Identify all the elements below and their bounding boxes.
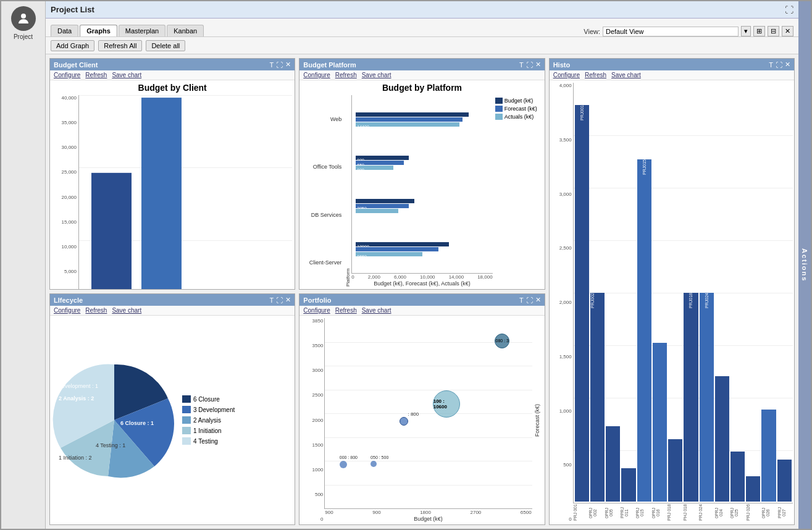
delete-all-button[interactable]: Delete all xyxy=(146,40,185,51)
histo-bar-5-fill: PRJ015 xyxy=(637,159,651,502)
pie-label-initiation: 1 Initiation : 2 xyxy=(59,455,92,461)
legend-forecast: Forecast (k€) xyxy=(495,106,540,112)
histo-chart: 4,000 3,500 3,000 2,500 2,000 1,500 1,00… xyxy=(551,83,793,522)
portfolio-save-btn[interactable]: Save chart xyxy=(362,307,391,314)
budget-client-plot: 34300 38110 xyxy=(78,95,292,289)
histo-bar-10-fill xyxy=(715,376,729,502)
platform-xlabel: Budget (k€), Forecast (k€), Actuals (k€) xyxy=(351,280,492,287)
tab-masterplan[interactable]: Masterplan xyxy=(119,25,165,36)
portfolio-refresh-btn[interactable]: Refresh xyxy=(335,307,357,314)
portfolio-icons: T ⛶ ✕ xyxy=(519,296,541,304)
lifecycle-save-btn[interactable]: Save chart xyxy=(112,307,141,314)
db-budget-bar xyxy=(356,199,414,203)
budget-client-configure-btn[interactable]: Configure xyxy=(54,72,80,78)
tab-graphs[interactable]: Graphs xyxy=(80,25,117,36)
budget-platform-pin-icon[interactable]: T xyxy=(519,61,524,69)
histo-bar-13-fill xyxy=(761,410,776,502)
title-bar: Project List ⛶ xyxy=(46,1,798,19)
histo-bar-11 xyxy=(730,84,745,502)
platform-legend: Budget (k€) Forecast (k€) Actuals (k€) xyxy=(493,95,542,287)
histo-refresh-btn[interactable]: Refresh xyxy=(585,72,606,78)
bubble-bl-2 xyxy=(370,461,377,467)
budget-client-bars: 34300 38110 xyxy=(78,95,292,289)
platform-ylabel: Web Office Tools DB Services Client-Serv… xyxy=(302,95,344,287)
budget-client-yaxis: 40,000 35,000 30,000 25,000 20,000 15,00… xyxy=(52,95,78,289)
office-forecast-bar: 650 xyxy=(356,161,404,165)
view-dropdown-btn[interactable]: ▾ xyxy=(741,26,751,36)
histo-body: 4,000 3,500 3,000 2,500 2,000 1,500 1,00… xyxy=(550,80,794,524)
cs-bars: 18000 9660 xyxy=(356,242,488,256)
budget-platform-save-btn[interactable]: Save chart xyxy=(362,72,391,78)
histo-bar-3 xyxy=(606,84,620,502)
budget-client-title: Budget Client xyxy=(54,61,98,69)
tab-data[interactable]: Data xyxy=(51,25,78,36)
histo-configure-btn[interactable]: Configure xyxy=(553,72,580,78)
legend-initiation-color xyxy=(182,427,191,434)
legend-testing-color xyxy=(182,437,191,445)
histo-expand-icon[interactable]: ⛶ xyxy=(776,61,782,69)
budget-platform-close-icon[interactable]: ✕ xyxy=(535,61,541,69)
budget-platform-title: Budget Platform xyxy=(303,61,356,69)
histo-bar-10 xyxy=(715,84,729,502)
portfolio-configure-btn[interactable]: Configure xyxy=(303,307,330,314)
avatar xyxy=(11,6,36,31)
page-title: Project List xyxy=(51,5,94,14)
histo-save-btn[interactable]: Save chart xyxy=(611,72,641,78)
budget-client-save-btn[interactable]: Save chart xyxy=(112,72,141,78)
bar-1: 34300 xyxy=(91,98,132,289)
platform-axis-label: Platform xyxy=(344,95,351,287)
budget-client-body: Budget by Client 40,000 35,000 30,000 25… xyxy=(50,80,295,289)
svg-point-0 xyxy=(21,14,26,19)
budget-client-chart: 40,000 35,000 30,000 25,000 20,000 15,00… xyxy=(52,95,292,289)
lifecycle-configure-btn[interactable]: Configure xyxy=(54,307,80,314)
refresh-all-button[interactable]: Refresh All xyxy=(98,40,142,51)
view-save-btn[interactable]: ⊞ xyxy=(753,26,765,36)
portfolio-header: Portfolio T ⛶ ✕ xyxy=(299,294,544,306)
legend-analysis: 2 Analysis xyxy=(182,416,235,424)
tab-kanban[interactable]: Kanban xyxy=(167,25,204,36)
histo-bar-12 xyxy=(746,84,760,502)
lifecycle-refresh-btn[interactable]: Refresh xyxy=(85,307,107,314)
legend-testing: 4 Testing xyxy=(182,437,235,445)
legend-forecast-color xyxy=(495,106,503,112)
budget-platform-configure-btn[interactable]: Configure xyxy=(303,72,330,78)
histo-bar-13 xyxy=(761,84,776,502)
pie-label-analysis: 2 Analysis : 2 xyxy=(59,395,94,402)
view-close-btn[interactable]: ✕ xyxy=(782,26,793,36)
portfolio-title: Portfolio xyxy=(303,297,331,304)
budget-platform-header: Budget Platform T ⛶ ✕ xyxy=(299,59,544,70)
budget-platform-panel: Budget Platform T ⛶ ✕ Configure Refresh … xyxy=(299,58,545,290)
histo-panel: Histo T ⛶ ✕ Configure Refresh Save chart xyxy=(549,58,795,525)
histo-bar-3-fill xyxy=(606,426,620,502)
histo-bar-7 xyxy=(668,84,682,502)
tab-bar: Data Graphs Masterplan Kanban View: ▾ ⊞ … xyxy=(46,19,798,37)
histo-icons: T ⛶ ✕ xyxy=(769,61,790,69)
budget-client-expand-icon[interactable]: ⛶ xyxy=(276,61,283,69)
portfolio-xaxis: 900 900 1800 2700 6500 xyxy=(324,509,532,516)
expand-icon[interactable]: ⛶ xyxy=(785,5,793,15)
budget-platform-expand-icon[interactable]: ⛶ xyxy=(526,61,533,69)
budget-client-icons: T ⛶ ✕ xyxy=(270,61,291,69)
bubble-mid-label: : 800 xyxy=(408,411,419,417)
portfolio-yaxis: 3850 3500 3000 2500 2000 1500 1000 500 0 xyxy=(302,318,324,522)
right-actions-panel[interactable]: Actions xyxy=(798,1,811,529)
histo-close-icon[interactable]: ✕ xyxy=(785,61,790,69)
budget-platform-chart: Web Office Tools DB Services Client-Serv… xyxy=(302,95,542,287)
portfolio-close-icon[interactable]: ✕ xyxy=(535,296,541,304)
histo-pin-icon[interactable]: T xyxy=(769,61,773,69)
lifecycle-close-icon[interactable]: ✕ xyxy=(285,296,291,304)
budget-client-close-icon[interactable]: ✕ xyxy=(285,61,291,69)
pie-label-dev: development : 1 xyxy=(59,383,98,389)
portfolio-pin-icon[interactable]: T xyxy=(519,297,524,304)
budget-client-refresh-btn[interactable]: Refresh xyxy=(85,72,107,78)
add-graph-button[interactable]: Add Graph xyxy=(51,40,94,51)
budget-platform-refresh-btn[interactable]: Refresh xyxy=(335,72,357,78)
legend-development: 3 Development xyxy=(182,406,235,413)
budget-client-pin-icon[interactable]: T xyxy=(270,61,274,69)
lifecycle-expand-icon[interactable]: ⛶ xyxy=(276,297,283,304)
budget-platform-toolbar: Configure Refresh Save chart xyxy=(299,70,544,80)
portfolio-expand-icon[interactable]: ⛶ xyxy=(526,297,533,304)
view-input[interactable] xyxy=(603,27,739,36)
view-add-btn[interactable]: ⊟ xyxy=(768,26,779,36)
lifecycle-pin-icon[interactable]: T xyxy=(270,297,274,304)
